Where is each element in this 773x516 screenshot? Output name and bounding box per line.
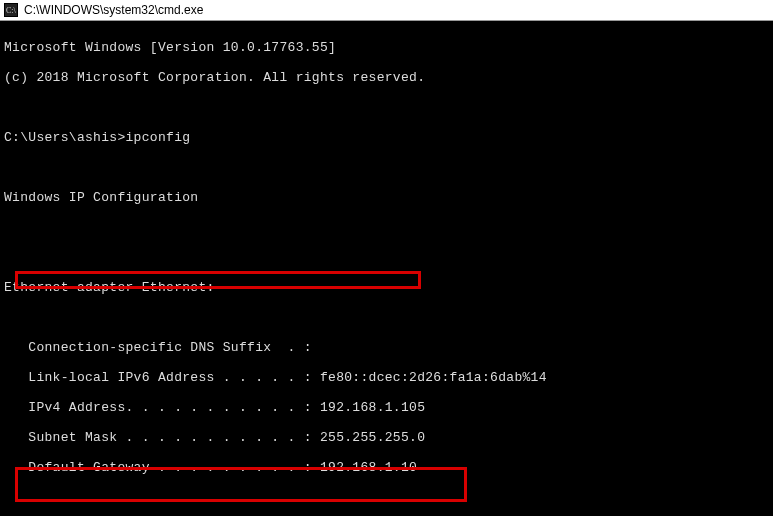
output-line: (c) 2018 Microsoft Corporation. All righ…	[4, 70, 769, 85]
adapter-field: Link-local IPv6 Address . . . . . : fe80…	[4, 370, 769, 385]
adapter-heading: Ethernet adapter Ethernet:	[4, 280, 769, 295]
adapter-field: IPv4 Address. . . . . . . . . . . : 192.…	[4, 400, 769, 415]
svg-text:C:\: C:\	[6, 6, 17, 15]
output-line	[4, 100, 769, 115]
output-line	[4, 160, 769, 175]
default-gateway-line: Default Gateway . . . . . . . . . : 192.…	[4, 460, 769, 475]
terminal-output[interactable]: Microsoft Windows [Version 10.0.17763.55…	[0, 21, 773, 516]
window-title-text: C:\WINDOWS\system32\cmd.exe	[24, 3, 203, 17]
output-heading: Windows IP Configuration	[4, 190, 769, 205]
prompt-line: C:\Users\ashis>ipconfig	[4, 130, 769, 145]
adapter-field: Subnet Mask . . . . . . . . . . . : 255.…	[4, 430, 769, 445]
cmd-icon: C:\	[4, 3, 18, 17]
window-title-bar[interactable]: C:\ C:\WINDOWS\system32\cmd.exe	[0, 0, 773, 21]
adapter-field: Connection-specific DNS Suffix . :	[4, 340, 769, 355]
output-line	[4, 310, 769, 325]
output-line	[4, 250, 769, 265]
output-line	[4, 220, 769, 235]
output-line	[4, 490, 769, 505]
output-line: Microsoft Windows [Version 10.0.17763.55…	[4, 40, 769, 55]
